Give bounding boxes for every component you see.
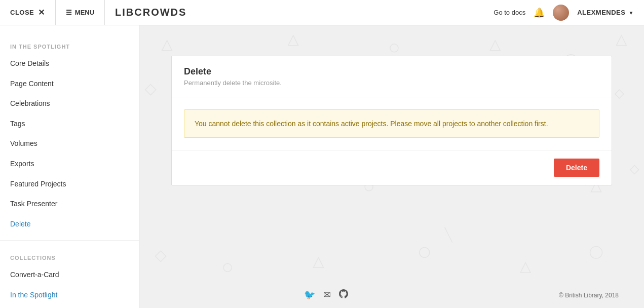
menu-label: MENU	[75, 9, 94, 16]
card-title: Delete	[184, 66, 599, 77]
footer: 🐦 ✉ © British Library, 2018	[279, 282, 644, 308]
sidebar-item-convert-a-card[interactable]: Convert-a-Card	[0, 265, 139, 285]
user-dropdown-caret: ▼	[629, 10, 634, 16]
footer-icons: 🐦 ✉	[304, 289, 348, 301]
content-inner: Delete Permanently delete the microsite.…	[139, 25, 644, 216]
sidebar-item-volumes[interactable]: Volumes	[0, 134, 139, 154]
bell-icon[interactable]: 🔔	[534, 7, 545, 18]
sidebar-section-spotlight: IN THE SPOTLIGHT	[0, 35, 139, 54]
card-header: Delete Permanently delete the microsite.	[172, 56, 612, 97]
menu-hamburger-icon: ☰	[66, 9, 72, 16]
sidebar-item-core-details[interactable]: Core Details	[0, 54, 139, 74]
sidebar-item-tags[interactable]: Tags	[0, 114, 139, 134]
avatar	[553, 5, 569, 21]
svg-marker-21	[314, 257, 324, 267]
close-icon: ✕	[38, 8, 45, 17]
close-label: CLOSE	[10, 9, 34, 16]
avatar-pattern	[553, 5, 569, 21]
sidebar-item-in-the-spotlight[interactable]: In the Spotlight	[0, 285, 139, 305]
delete-card: Delete Permanently delete the microsite.…	[171, 56, 612, 185]
svg-point-24	[590, 246, 602, 258]
top-nav: CLOSE ✕ ☰ MENU LIBCROWDS Go to docs 🔔 AL…	[0, 0, 644, 25]
sidebar: IN THE SPOTLIGHT Core Details Page Conte…	[0, 25, 139, 308]
svg-point-20	[223, 263, 232, 272]
sidebar-item-featured-projects[interactable]: Featured Projects	[0, 174, 139, 195]
sidebar-divider-1	[0, 240, 139, 241]
sidebar-item-celebrations[interactable]: Celebrations	[0, 94, 139, 114]
github-icon[interactable]	[339, 289, 348, 301]
delete-button[interactable]: Delete	[554, 159, 599, 177]
menu-button[interactable]: ☰ MENU	[56, 0, 105, 25]
sidebar-section-collections: COLLECTIONS	[0, 247, 139, 265]
card-body: You cannot delete this collection as it …	[172, 97, 612, 150]
footer-copyright: © British Library, 2018	[559, 292, 619, 299]
main-layout: IN THE SPOTLIGHT Core Details Page Conte…	[0, 25, 644, 308]
email-icon[interactable]: ✉	[323, 289, 331, 301]
docs-link[interactable]: Go to docs	[494, 9, 525, 16]
sidebar-item-exports[interactable]: Exports	[0, 154, 139, 174]
svg-marker-23	[520, 262, 531, 273]
content-area: Delete Permanently delete the microsite.…	[139, 25, 644, 308]
sidebar-item-page-content[interactable]: Page Content	[0, 74, 139, 94]
user-name[interactable]: ALEXMENDES ▼	[577, 9, 634, 16]
sidebar-item-delete[interactable]: Delete	[0, 214, 139, 235]
warning-message: You cannot delete this collection as it …	[184, 109, 599, 138]
sidebar-item-task-presenter[interactable]: Task Presenter	[0, 194, 139, 214]
close-button[interactable]: CLOSE ✕	[0, 0, 56, 25]
svg-rect-19	[156, 251, 166, 261]
brand-logo: LIBCROWDS	[105, 7, 494, 18]
card-subtitle: Permanently delete the microsite.	[184, 79, 599, 87]
top-nav-right: Go to docs 🔔 ALEXMENDES ▼	[494, 5, 644, 21]
svg-point-22	[420, 247, 430, 257]
card-footer: Delete	[172, 150, 612, 185]
twitter-icon[interactable]: 🐦	[304, 289, 315, 301]
svg-line-26	[445, 227, 452, 243]
